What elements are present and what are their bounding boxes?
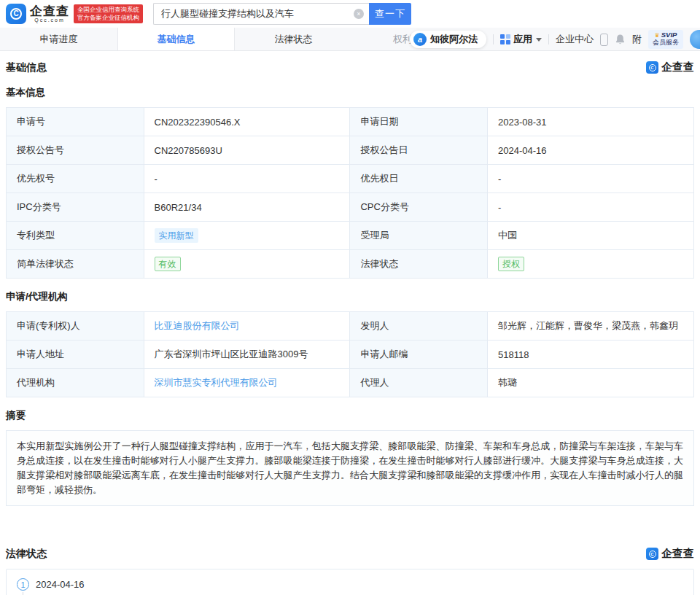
applicant-agency-table: 申请(专利权)人 比亚迪股份有限公司 发明人 邹光辉，江能辉，曹俊华，梁茂燕，韩… bbox=[6, 311, 694, 397]
timeline-item: 1 2024-04-16 bbox=[17, 578, 683, 591]
clipped-nav-label[interactable]: 附 bbox=[632, 33, 642, 46]
search-button[interactable]: 查一下 bbox=[369, 3, 411, 25]
divider bbox=[493, 34, 494, 44]
patent-type-tag: 实用新型 bbox=[155, 228, 198, 243]
timeline-status: 授权 bbox=[30, 592, 49, 595]
table-row: 申请号 CN202322390546.X 申请日期 2023-08-31 bbox=[7, 108, 694, 136]
legal-status-tag: 授权 bbox=[498, 257, 524, 271]
apps-grid-icon bbox=[500, 34, 510, 44]
apps-menu[interactable]: 应用 bbox=[500, 33, 542, 46]
section-title-abstract: 摘要 bbox=[6, 409, 694, 422]
subsection-title-applicant: 申请/代理机构 bbox=[6, 290, 694, 303]
qcc-logo-icon: C bbox=[6, 4, 26, 24]
table-row: IPC分类号 B60R21/34 CPC分类号 - bbox=[7, 193, 694, 222]
alpha-icon: a bbox=[413, 33, 427, 46]
qcc-watermark: C 企查查 bbox=[646, 547, 694, 561]
gov-certification-badge: 全国企业信用查询系统 官方备案企业征信机构 bbox=[74, 4, 143, 24]
table-row: 申请人地址 广东省深圳市坪山区比亚迪路3009号 申请人邮编 518118 bbox=[7, 341, 694, 369]
qcc-logo[interactable]: C 企查查 Qcc.com 全国企业信用查询系统 官方备案企业征信机构 bbox=[6, 4, 143, 24]
timeline-index-badge: 1 bbox=[17, 578, 29, 591]
svip-member-badge[interactable]: ♛ SVIP 会员服务 bbox=[648, 30, 683, 48]
tab-application-progress[interactable]: 申请进度 bbox=[0, 28, 117, 50]
assistant-mascot-avatar[interactable] bbox=[690, 30, 700, 49]
inventors-value: 邹光辉，江能辉，曹俊华，梁茂燕，韩鑫玥 bbox=[488, 312, 694, 341]
qcc-watermark-icon: C bbox=[646, 548, 658, 560]
zhibi-alpha-button[interactable]: a 知彼阿尔法 bbox=[410, 31, 486, 48]
basic-info-table: 申请号 CN202322390546.X 申请日期 2023-08-31 授权公… bbox=[6, 107, 694, 279]
main-content: 基础信息 C 企查查 基本信息 申请号 CN202322390546.X 申请日… bbox=[0, 61, 700, 595]
table-row: 授权公告号 CN220785693U 授权公告日 2024-04-16 bbox=[7, 136, 694, 165]
search-input[interactable] bbox=[153, 3, 369, 25]
qcc-watermark-icon: C bbox=[646, 61, 658, 74]
section-title-basic-info: 基础信息 bbox=[6, 61, 47, 74]
top-header: C 企查查 Qcc.com 全国企业信用查询系统 官方备案企业征信机构 × 查一… bbox=[0, 0, 700, 28]
tab-basic-info[interactable]: 基础信息 bbox=[117, 28, 235, 51]
section-title-legal-status: 法律状态 bbox=[6, 548, 47, 561]
tab-bar: 申请进度 基础信息 法律状态 权利要 a 知彼阿尔法 应用 企业中心 附 ♛ S… bbox=[0, 28, 700, 51]
chevron-down-icon bbox=[536, 38, 542, 42]
enterprise-center-link[interactable]: 企业中心 bbox=[556, 33, 594, 46]
mobile-app-icon[interactable] bbox=[600, 34, 608, 46]
timeline-connector bbox=[23, 592, 23, 595]
table-row: 申请(专利权)人 比亚迪股份有限公司 发明人 邹光辉，江能辉，曹俊华，梁茂燕，韩… bbox=[7, 312, 694, 341]
brand-name: 企查查 bbox=[30, 5, 69, 18]
table-row: 专利类型 实用新型 受理局 中国 bbox=[7, 222, 694, 250]
applicant-company-link[interactable]: 比亚迪股份有限公司 bbox=[155, 320, 240, 331]
search-bar: × 查一下 bbox=[153, 3, 411, 25]
clear-search-icon[interactable]: × bbox=[354, 9, 364, 19]
table-row: 优先权号 - 优先权日 - bbox=[7, 165, 694, 193]
abstract-text: 本实用新型实施例公开了一种行人腿型碰撞支撑结构，应用于一汽车，包括大腿支撑梁、膝… bbox=[6, 430, 694, 506]
table-row: 简单法律状态 有效 法律状态 授权 bbox=[7, 250, 694, 279]
agency-company-link[interactable]: 深圳市慧实专利代理有限公司 bbox=[155, 377, 278, 388]
brand-domain: Qcc.com bbox=[34, 18, 65, 23]
tabbar-right-tools: a 知彼阿尔法 应用 企业中心 附 ♛ SVIP 会员服务 bbox=[410, 28, 700, 51]
divider bbox=[548, 34, 549, 44]
tab-legal-status[interactable]: 法律状态 bbox=[235, 28, 352, 50]
crown-icon: ♛ bbox=[655, 33, 660, 39]
notification-bell-icon[interactable] bbox=[615, 34, 626, 45]
legal-status-timeline: 1 2024-04-16 授权 bbox=[6, 569, 694, 595]
simple-legal-status-tag: 有效 bbox=[155, 257, 181, 271]
qcc-watermark: C 企查查 bbox=[646, 61, 694, 74]
table-row: 代理机构 深圳市慧实专利代理有限公司 代理人 韩璐 bbox=[7, 369, 694, 397]
subsection-title-basic: 基本信息 bbox=[6, 86, 694, 99]
timeline-date: 2024-04-16 bbox=[36, 579, 85, 590]
